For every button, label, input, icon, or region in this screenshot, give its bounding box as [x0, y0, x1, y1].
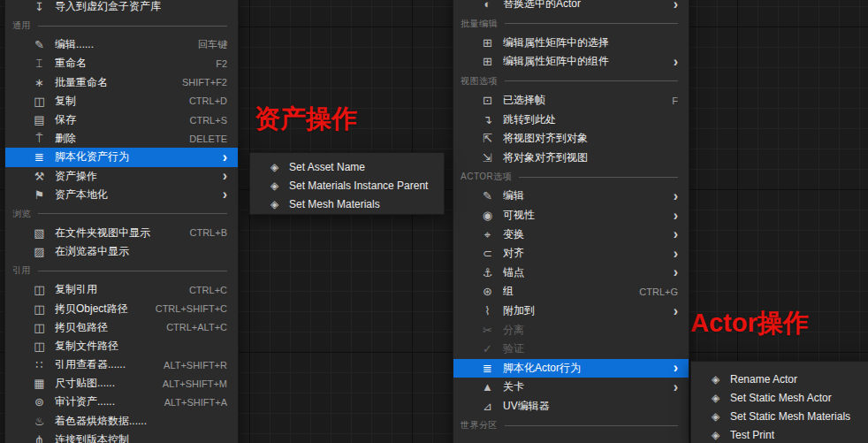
jump-arrow-icon: ↴ — [480, 114, 495, 126]
menu-item-show-in-folder-view[interactable]: ▧在文件夹视图中显示CTRL+B — [5, 224, 238, 242]
unreal-editor-screenshot: 资产操作 Actor操作 ↧导入到虚幻盒子资产库通用✎编辑......回车键⌶重… — [0, 0, 868, 443]
menu-item-copy-file-path[interactable]: ◫复制文件路径 — [5, 337, 238, 355]
menu-item-label: 验证 — [503, 341, 678, 356]
section-divider — [505, 23, 678, 24]
menu-item-attach-to[interactable]: ⌇附加到› — [453, 302, 689, 321]
replace-actor-icon: ◐ — [480, 0, 495, 10]
menu-item-copy-reference[interactable]: ◫复制引用CTRL+C — [5, 280, 238, 299]
submenu-chevron-icon: › — [223, 188, 227, 201]
menu-item-test-print[interactable]: ◈Test Print — [691, 425, 868, 443]
section-label: 批量编辑 — [461, 18, 498, 30]
menu-item-label: 删除 — [55, 131, 182, 146]
menu-item-reference-viewer[interactable]: ∷引用查看器......ALT+SHIFT+R — [5, 355, 238, 374]
level-mountain-icon: ▲ — [480, 381, 495, 393]
menu-item-uv-editor[interactable]: ⊿UV编辑器 — [453, 397, 689, 416]
menu-item-label: 锚点 — [503, 265, 666, 280]
shortcut-label: CTRL+D — [189, 95, 227, 106]
shortcut-label: ALT+SHIFT+A — [164, 397, 227, 408]
shortcut-label: F — [672, 95, 678, 106]
browser-search-icon: ▨ — [32, 246, 47, 257]
menu-item-validate[interactable]: ✓验证 — [453, 340, 689, 359]
menu-item-set-static-mesh-materials[interactable]: ◈Set Static Mesh Materials — [691, 407, 868, 425]
submenu-chevron-icon: › — [674, 381, 678, 393]
menu-item-visibility[interactable]: ◉可视性› — [453, 206, 689, 225]
menu-item-label: 跳转到此处 — [503, 112, 678, 127]
copy-path-icon: ◫ — [32, 322, 47, 333]
menu-item-edit[interactable]: ✎编辑......回车键 — [5, 35, 238, 54]
menu-item-batch-rename[interactable]: ∗批量重命名SHIFT+F2 — [5, 73, 238, 92]
menu-item-connect-to-version-control[interactable]: ⋔连接到版本控制 — [5, 431, 238, 443]
menu-item-transform[interactable]: ⌖变换› — [453, 225, 689, 244]
node-graph-icon: ∷ — [32, 359, 47, 370]
submenu-chevron-icon: › — [674, 210, 678, 222]
menu-item-label: 导入到虚幻盒子资产库 — [55, 0, 227, 14]
menu-item-set-materials-instance-parent[interactable]: ◈Set Materials Instance Parent — [250, 176, 444, 195]
size-map-icon: ▦ — [32, 378, 47, 389]
section-header-world-partition: 世界分区 — [453, 416, 689, 435]
menu-item-label: 着色器烘焙数据...... — [55, 414, 227, 429]
submenu-chevron-icon: › — [674, 190, 678, 202]
menu-item-align-view-to-object[interactable]: ⇱将视图对齐到对象 — [453, 129, 689, 149]
menu-item-scripted-actor-actions[interactable]: ≣脚本化Actor行为› — [453, 359, 689, 378]
menu-item-size-map[interactable]: ▦尺寸贴图......ALT+SHIFT+M — [5, 374, 238, 393]
folder-search-icon: ▧ — [32, 227, 47, 239]
section-divider — [38, 26, 227, 27]
menu-item-label: 将对象对齐到视图 — [503, 150, 678, 165]
section-divider — [38, 271, 227, 271]
menu-item-asset-localization[interactable]: ⚑资产本地化› — [5, 186, 238, 204]
asset-context-menu: ↧导入到虚幻盒子资产库通用✎编辑......回车键⌶重命名F2∗批量重命名SHI… — [4, 0, 239, 443]
menu-item-show-in-browser[interactable]: ▨在浏览器中显示 — [5, 242, 238, 261]
menu-item-set-mesh-materials[interactable]: ◈Set Mesh Materials — [250, 195, 444, 213]
pencil-icon: ✎ — [480, 190, 495, 202]
menu-item-duplicate[interactable]: ◫复制CTRL+D — [5, 92, 238, 111]
menu-item-detach[interactable]: ✂分离 — [453, 320, 689, 340]
shortcut-label: SHIFT+F2 — [182, 77, 227, 88]
batch-rename-star-icon: ∗ — [32, 77, 47, 88]
menu-item-label: 保存 — [55, 112, 183, 127]
menu-item-group[interactable]: ⊛组CTRL+G — [453, 282, 689, 302]
shortcut-label: CTRL+ALT+C — [166, 322, 227, 332]
menu-item-label: Set Static Mesh Materials — [730, 410, 864, 423]
section-divider — [38, 213, 227, 214]
menu-item-label: 将视图对齐到对象 — [503, 131, 678, 146]
menu-item-edit[interactable]: ✎编辑› — [453, 187, 689, 206]
menu-item-label: 引用查看器...... — [55, 357, 156, 372]
menu-item-edit-components-in-property-matrix[interactable]: ⊞编辑属性矩阵中的组件› — [453, 52, 689, 72]
section-header-actor-options: ACTOR选项 — [453, 167, 689, 187]
menu-item-set-asset-name[interactable]: ◈Set Asset Name — [250, 157, 444, 176]
menu-item-scripted-asset-actions[interactable]: ≣脚本化资产行为› — [5, 148, 238, 166]
menu-item-snap[interactable]: ⊂对齐› — [453, 244, 689, 264]
menu-item-label: 替换选中的Actor — [503, 0, 666, 11]
blueprint-function-diamond-icon: ◈ — [267, 162, 282, 172]
menu-item-pivot[interactable]: ⚓锚点› — [453, 264, 689, 283]
copy-path-icon: ◫ — [32, 340, 47, 352]
section-label: ACTOR选项 — [461, 171, 512, 183]
menu-item-label: 批量重命名 — [55, 75, 175, 90]
menu-item-label: 附加到 — [503, 303, 666, 318]
menu-item-rename[interactable]: ⌶重命名F2 — [5, 54, 238, 73]
menu-item-label: 对齐 — [503, 246, 666, 261]
menu-item-align-object-to-view[interactable]: ⇲将对象对齐到视图 — [453, 149, 689, 168]
menu-item-jump-here[interactable]: ↴跳转到此处 — [453, 110, 689, 129]
menu-item-label: 在文件夹视图中显示 — [55, 225, 183, 241]
menu-item-import-to-ue-box-asset-library[interactable]: ↧导入到虚幻盒子资产库 — [5, 0, 238, 16]
menu-item-copy-object-path[interactable]: ◫拷贝Object路径CTRL+SHIFT+C — [5, 299, 238, 317]
menu-item-replace-selected-actors[interactable]: ◐替换选中的Actor› — [453, 0, 689, 14]
menu-item-rename-actor[interactable]: ◈Rename Actor — [691, 370, 868, 388]
section-label: 浏览 — [12, 208, 31, 220]
menu-item-shader-cook-data[interactable]: ♨着色器烘焙数据...... — [5, 412, 238, 431]
menu-item-label: 尺寸贴图...... — [55, 376, 156, 391]
menu-item-level[interactable]: ▲关卡› — [453, 378, 689, 397]
menu-item-copy-package-path[interactable]: ◫拷贝包路径CTRL+ALT+C — [5, 318, 238, 337]
blueprint-function-diamond-icon: ◈ — [267, 180, 282, 191]
menu-item-edit-selection-in-property-matrix[interactable]: ⊞编辑属性矩阵中的选择 — [453, 34, 689, 53]
menu-item-save[interactable]: ▤保存CTRL+S — [5, 111, 238, 129]
menu-item-asset-actions[interactable]: ⚒资产操作› — [5, 167, 238, 186]
menu-item-label: 脚本化Actor行为 — [503, 361, 666, 376]
menu-item-delete[interactable]: ⍑删除DELETE — [5, 129, 238, 148]
menu-item-frame-selected[interactable]: ⊡已选择帧F — [453, 91, 689, 111]
menu-item-set-static-mesh-actor[interactable]: ◈Set Static Mesh Actor — [691, 388, 868, 407]
menu-item-audit-assets[interactable]: ⊚审计资产......ALT+SHIFT+A — [5, 393, 238, 411]
scroll-script-icon: ≣ — [480, 363, 495, 374]
shortcut-label: CTRL+B — [190, 227, 228, 238]
